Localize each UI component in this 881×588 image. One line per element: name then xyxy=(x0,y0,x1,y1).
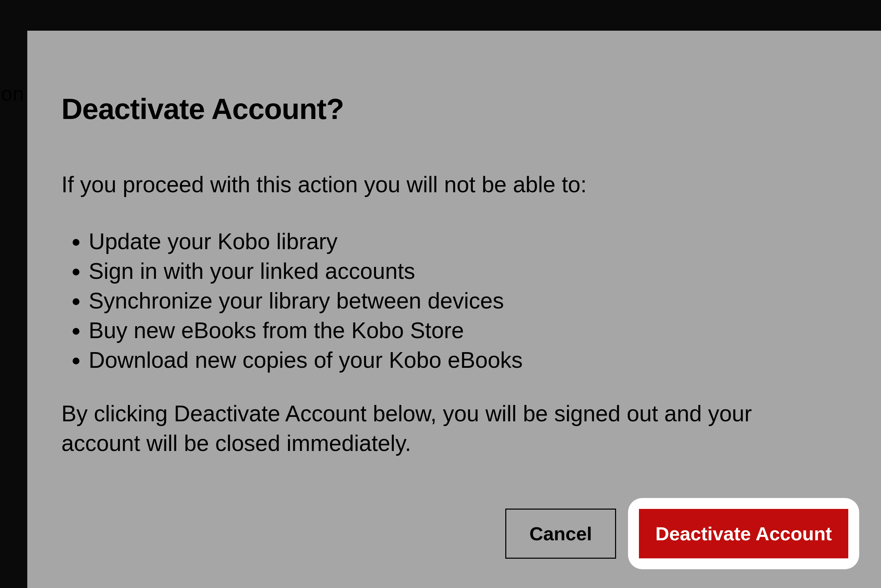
deactivate-account-button[interactable]: Deactivate Account xyxy=(639,509,848,558)
warning-item: Update your Kobo library xyxy=(89,226,849,256)
dialog-title: Deactivate Account? xyxy=(62,92,849,126)
dialog-intro-text: If you proceed with this action you will… xyxy=(62,170,849,200)
cancel-button[interactable]: Cancel xyxy=(505,508,617,559)
warning-item: Download new copies of your Kobo eBooks xyxy=(89,345,849,375)
warning-item: Sign in with your linked accounts xyxy=(89,256,849,286)
warning-list: Update your Kobo library Sign in with yo… xyxy=(62,226,849,375)
deactivate-account-dialog: Deactivate Account? If you proceed with … xyxy=(27,31,881,588)
dialog-button-row: Cancel Deactivate Account xyxy=(505,498,859,569)
background-partial-text: ion xyxy=(0,82,24,105)
warning-item: Buy new eBooks from the Kobo Store xyxy=(89,316,849,345)
dialog-closing-text: By clicking Deactivate Account below, yo… xyxy=(62,399,849,458)
deactivate-button-highlight: Deactivate Account xyxy=(628,498,859,569)
warning-item: Synchronize your library between devices xyxy=(89,286,849,316)
dialog-content: Deactivate Account? If you proceed with … xyxy=(27,31,881,459)
